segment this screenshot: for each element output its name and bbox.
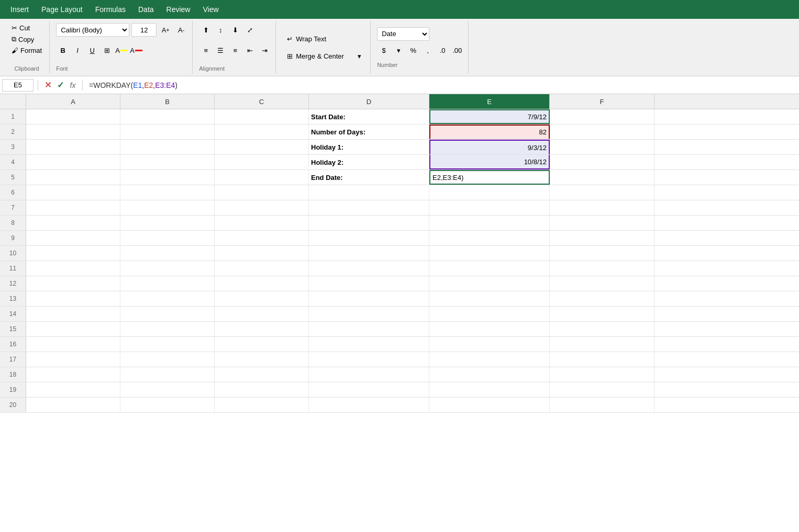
align-center-button[interactable]: ☰	[214, 44, 227, 58]
cell-f10[interactable]	[550, 246, 654, 261]
cell-a20[interactable]	[26, 398, 120, 412]
cell-d11[interactable]	[309, 261, 429, 276]
cell-c20[interactable]	[215, 398, 309, 412]
cell-b18[interactable]	[120, 367, 215, 382]
cell-a3[interactable]	[26, 140, 120, 154]
format-button[interactable]: 🖌 Format	[8, 46, 45, 55]
cell-e20[interactable]	[429, 398, 550, 412]
cell-f3[interactable]	[550, 140, 654, 154]
col-header-e[interactable]: E	[429, 94, 550, 109]
font-family-select[interactable]: Calibri (Body)	[56, 23, 129, 37]
cell-c19[interactable]	[215, 382, 309, 397]
cell-e14[interactable]	[429, 307, 550, 321]
cell-c11[interactable]	[215, 261, 309, 276]
cell-e5[interactable]: E2,E3:E4)	[429, 170, 550, 185]
col-header-c[interactable]: C	[215, 94, 309, 109]
cell-a17[interactable]	[26, 352, 120, 367]
cell-d18[interactable]	[309, 367, 429, 382]
cell-a19[interactable]	[26, 382, 120, 397]
cell-e10[interactable]	[429, 246, 550, 261]
cell-f6[interactable]	[550, 185, 654, 200]
wrap-text-button[interactable]: ↵ Wrap Text	[282, 32, 366, 46]
cell-b3[interactable]	[120, 140, 215, 154]
decrease-font-size-button[interactable]: A-	[174, 23, 188, 37]
cell-f15[interactable]	[550, 322, 654, 336]
align-middle-button[interactable]: ↕	[214, 23, 227, 37]
menu-page-layout[interactable]: Page Layout	[35, 2, 89, 17]
currency-button[interactable]: $	[377, 44, 391, 58]
cell-f16[interactable]	[550, 337, 654, 352]
cell-b16[interactable]	[120, 337, 215, 352]
menu-insert[interactable]: Insert	[4, 2, 35, 17]
cell-e18[interactable]	[429, 367, 550, 382]
cell-c7[interactable]	[215, 200, 309, 215]
currency-dropdown-button[interactable]: ▾	[392, 44, 405, 58]
cell-e17[interactable]	[429, 352, 550, 367]
cell-c5[interactable]	[215, 170, 309, 185]
cell-f17[interactable]	[550, 352, 654, 367]
cell-b14[interactable]	[120, 307, 215, 321]
cell-a1[interactable]	[26, 109, 120, 124]
cell-c10[interactable]	[215, 246, 309, 261]
cell-d1[interactable]: Start Date:	[309, 109, 429, 124]
cell-b8[interactable]	[120, 216, 215, 230]
cell-b9[interactable]	[120, 231, 215, 245]
cell-b20[interactable]	[120, 398, 215, 412]
cell-c9[interactable]	[215, 231, 309, 245]
cell-e19[interactable]	[429, 382, 550, 397]
align-bottom-button[interactable]: ⬇	[228, 23, 242, 37]
cell-e16[interactable]	[429, 337, 550, 352]
cell-d14[interactable]	[309, 307, 429, 321]
align-left-button[interactable]: ≡	[199, 44, 213, 58]
cell-f9[interactable]	[550, 231, 654, 245]
cell-f5[interactable]	[550, 170, 654, 185]
col-header-a[interactable]: A	[26, 94, 120, 109]
cell-a11[interactable]	[26, 261, 120, 276]
increase-decimal-button[interactable]: .0	[436, 44, 449, 58]
cell-d15[interactable]	[309, 322, 429, 336]
cell-f19[interactable]	[550, 382, 654, 397]
cell-a12[interactable]	[26, 276, 120, 291]
cell-e15[interactable]	[429, 322, 550, 336]
cell-e7[interactable]	[429, 200, 550, 215]
cell-d4[interactable]: Holiday 2:	[309, 155, 429, 169]
cell-d19[interactable]	[309, 382, 429, 397]
cell-c15[interactable]	[215, 322, 309, 336]
col-header-b[interactable]: B	[120, 94, 215, 109]
cell-f20[interactable]	[550, 398, 654, 412]
menu-data[interactable]: Data	[132, 2, 160, 17]
cell-f13[interactable]	[550, 291, 654, 306]
cell-c16[interactable]	[215, 337, 309, 352]
cell-a18[interactable]	[26, 367, 120, 382]
cell-c14[interactable]	[215, 307, 309, 321]
cell-e4[interactable]: 10/8/12	[429, 155, 550, 169]
cell-c12[interactable]	[215, 276, 309, 291]
cell-c2[interactable]	[215, 124, 309, 139]
cell-a10[interactable]	[26, 246, 120, 261]
text-rotate-button[interactable]: ⤢	[243, 23, 257, 37]
cell-d8[interactable]	[309, 216, 429, 230]
decrease-decimal-button[interactable]: .00	[450, 44, 464, 58]
font-color-button[interactable]: A	[129, 44, 143, 58]
cell-c4[interactable]	[215, 155, 309, 169]
cell-f11[interactable]	[550, 261, 654, 276]
cell-c13[interactable]	[215, 291, 309, 306]
cell-b17[interactable]	[120, 352, 215, 367]
cell-b5[interactable]	[120, 170, 215, 185]
cell-c1[interactable]	[215, 109, 309, 124]
cell-f12[interactable]	[550, 276, 654, 291]
name-box[interactable]	[2, 79, 34, 92]
cell-e2[interactable]: 82	[429, 124, 550, 139]
cell-f4[interactable]	[550, 155, 654, 169]
cell-d17[interactable]	[309, 352, 429, 367]
increase-font-size-button[interactable]: A+	[159, 23, 172, 37]
confirm-formula-icon[interactable]: ✓	[55, 80, 65, 90]
cell-d10[interactable]	[309, 246, 429, 261]
cell-e3[interactable]: 9/3/12	[429, 140, 550, 154]
cell-d9[interactable]	[309, 231, 429, 245]
cell-d7[interactable]	[309, 200, 429, 215]
cell-f8[interactable]	[550, 216, 654, 230]
cell-b7[interactable]	[120, 200, 215, 215]
cell-c3[interactable]	[215, 140, 309, 154]
cell-e9[interactable]	[429, 231, 550, 245]
